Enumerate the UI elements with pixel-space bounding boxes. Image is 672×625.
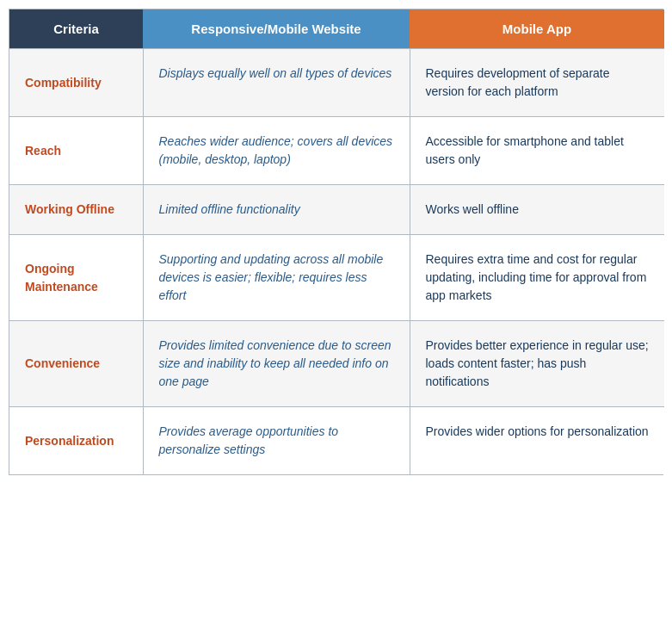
cell-criteria: Reach xyxy=(9,117,143,185)
cell-responsive: Limited offline functionality xyxy=(143,185,410,235)
cell-criteria: Ongoing Maintenance xyxy=(9,235,143,321)
cell-responsive: Supporting and updating across all mobil… xyxy=(143,235,410,321)
cell-app: Provides better experience in regular us… xyxy=(410,321,664,407)
cell-responsive: Provides average opportunities to person… xyxy=(143,407,410,475)
cell-responsive: Provides limited convenience due to scre… xyxy=(143,321,410,407)
header-responsive: Responsive/Mobile Website xyxy=(143,9,410,49)
cell-app: Works well offline xyxy=(410,185,664,235)
header-app: Mobile App xyxy=(410,9,664,49)
cell-responsive: Reaches wider audience; covers all devic… xyxy=(143,117,410,185)
cell-criteria: Convenience xyxy=(9,321,143,407)
table-row: Ongoing MaintenanceSupporting and updati… xyxy=(9,235,664,321)
header-criteria: Criteria xyxy=(9,9,143,49)
cell-responsive: Displays equally well on all types of de… xyxy=(143,49,410,117)
comparison-table: Criteria Responsive/Mobile Website Mobil… xyxy=(9,9,663,475)
cell-criteria: Personalization xyxy=(9,407,143,475)
cell-app: Provides wider options for personalizati… xyxy=(410,407,664,475)
table-row: Working OfflineLimited offline functiona… xyxy=(9,185,664,235)
table-row: PersonalizationProvides average opportun… xyxy=(9,407,664,475)
cell-app: Accessible for smartphone and tablet use… xyxy=(410,117,664,185)
cell-app: Requires development of separate version… xyxy=(410,49,664,117)
table-row: CompatibilityDisplays equally well on al… xyxy=(9,49,664,117)
cell-criteria: Compatibility xyxy=(9,49,143,117)
table-row: ReachReaches wider audience; covers all … xyxy=(9,117,664,185)
cell-criteria: Working Offline xyxy=(9,185,143,235)
table-row: ConvenienceProvides limited convenience … xyxy=(9,321,664,407)
cell-app: Requires extra time and cost for regular… xyxy=(410,235,664,321)
